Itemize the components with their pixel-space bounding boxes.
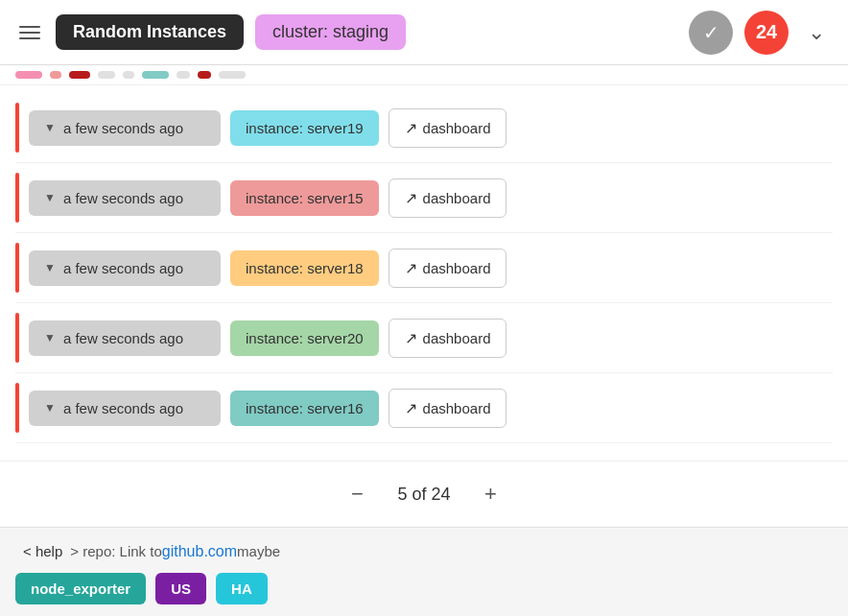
tag-button[interactable]: node_exporter	[15, 573, 146, 604]
table-row: ▼a few seconds agoinstance: server16↗das…	[15, 373, 833, 443]
time-button[interactable]: ▼a few seconds ago	[29, 391, 221, 426]
indicator-dot	[50, 71, 61, 79]
help-row: < help > repo: Link to github.com maybe	[15, 539, 833, 563]
timestamp: a few seconds ago	[63, 260, 183, 276]
dashboard-label: dashboard	[423, 120, 491, 136]
hamburger-button[interactable]	[15, 22, 44, 43]
external-link-icon: ↗	[405, 189, 417, 207]
indicator-dot	[177, 71, 190, 79]
check-button[interactable]: ✓	[689, 11, 733, 55]
tag-button[interactable]: US	[155, 573, 206, 604]
instance-tag[interactable]: instance: server16	[230, 391, 379, 426]
dashboard-label: dashboard	[423, 330, 491, 346]
instance-tag[interactable]: instance: server15	[230, 180, 379, 216]
tags-row: node_exporterUSHA	[15, 573, 833, 604]
arrow-icon: ▼	[44, 261, 56, 274]
indicator-dot	[98, 71, 115, 79]
page-info: 5 of 24	[397, 485, 450, 505]
row-indicator	[15, 243, 19, 293]
dashboard-button[interactable]: ↗dashboard	[389, 108, 507, 148]
instance-tag[interactable]: instance: server19	[230, 110, 379, 146]
dashboard-label: dashboard	[423, 260, 491, 276]
external-link-icon: ↗	[405, 399, 417, 417]
footer: < help > repo: Link to github.com maybe …	[0, 527, 848, 616]
arrow-icon: ▼	[44, 331, 56, 344]
indicator-bar	[0, 65, 848, 85]
chevron-down-button[interactable]: ⌄	[800, 16, 833, 49]
dashboard-label: dashboard	[423, 400, 491, 416]
indicator-dot	[219, 71, 246, 79]
table-row: ▼a few seconds agoinstance: server15↗das…	[15, 163, 833, 233]
indicator-dot	[142, 71, 169, 79]
indicator-dot	[198, 71, 211, 79]
title-badge: Random Instances	[56, 14, 244, 50]
repo-suffix: maybe	[237, 543, 280, 559]
next-page-button[interactable]: +	[474, 477, 508, 511]
indicator-dot	[123, 71, 134, 79]
dashboard-button[interactable]: ↗dashboard	[389, 319, 507, 358]
prev-page-button[interactable]: −	[340, 477, 374, 511]
cluster-badge: cluster: staging	[255, 14, 406, 50]
timestamp: a few seconds ago	[63, 190, 183, 206]
indicator-dot	[69, 71, 90, 79]
dashboard-button[interactable]: ↗dashboard	[389, 249, 507, 288]
dashboard-button[interactable]: ↗dashboard	[389, 178, 507, 218]
table-row: ▼a few seconds agoinstance: server18↗das…	[15, 233, 833, 303]
dashboard-button[interactable]: ↗dashboard	[389, 389, 507, 428]
row-indicator	[15, 103, 19, 153]
arrow-icon: ▼	[44, 191, 56, 204]
external-link-icon: ↗	[405, 119, 417, 137]
main-content: ▼a few seconds agoinstance: server19↗das…	[0, 85, 848, 461]
table-row: ▼a few seconds agoinstance: server19↗das…	[15, 93, 833, 163]
timestamp: a few seconds ago	[63, 330, 183, 346]
count-badge: 24	[744, 11, 789, 55]
tag-button[interactable]: HA	[216, 573, 268, 604]
instance-tag[interactable]: instance: server20	[230, 320, 379, 356]
arrow-icon: ▼	[44, 401, 56, 415]
header: Random Instances cluster: staging ✓ 24 ⌄	[0, 0, 848, 65]
help-button[interactable]: < help	[15, 539, 70, 563]
instance-tag[interactable]: instance: server18	[230, 250, 379, 286]
external-link-icon: ↗	[405, 259, 417, 277]
time-button[interactable]: ▼a few seconds ago	[29, 250, 221, 286]
table-row: ▼a few seconds agoinstance: server20↗das…	[15, 303, 833, 373]
time-button[interactable]: ▼a few seconds ago	[29, 110, 221, 146]
arrow-icon: ▼	[44, 121, 56, 134]
dashboard-label: dashboard	[423, 190, 491, 206]
row-indicator	[15, 313, 19, 363]
row-indicator	[15, 383, 19, 433]
timestamp: a few seconds ago	[63, 120, 183, 136]
row-indicator	[15, 173, 19, 223]
timestamp: a few seconds ago	[63, 400, 183, 416]
pagination: − 5 of 24 +	[0, 461, 848, 527]
time-button[interactable]: ▼a few seconds ago	[29, 320, 221, 356]
repo-prefix: > repo: Link to	[70, 543, 161, 559]
indicator-dot	[15, 71, 42, 79]
time-button[interactable]: ▼a few seconds ago	[29, 180, 221, 216]
repo-link[interactable]: github.com	[162, 543, 237, 560]
external-link-icon: ↗	[405, 329, 417, 347]
